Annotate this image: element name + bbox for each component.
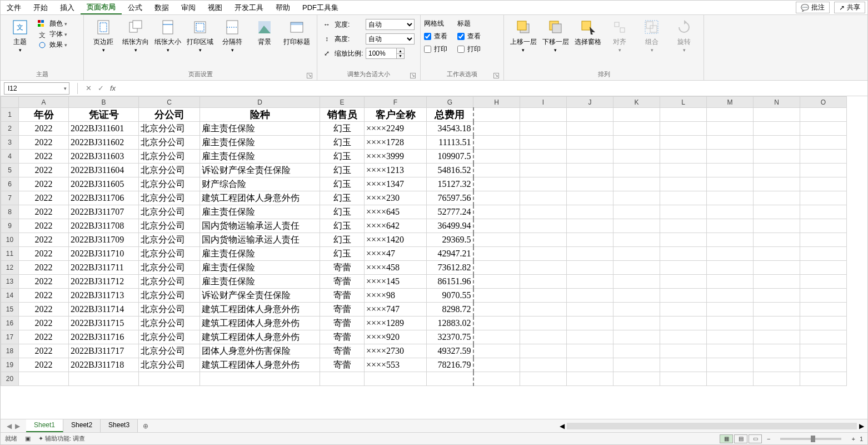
cell-G5[interactable]: 54816.52 (427, 164, 473, 177)
cell-C4[interactable]: 北京分公司 (139, 150, 200, 164)
cell-N7[interactable] (754, 191, 800, 205)
sheetopt-dialog-launcher[interactable]: ↘ (493, 73, 499, 78)
cell-K3[interactable] (613, 136, 660, 150)
cell-O10[interactable] (800, 233, 847, 247)
cell-N19[interactable] (754, 358, 800, 372)
rotate-button[interactable]: 旋转▾ (668, 17, 700, 55)
menu-item-9[interactable]: 帮助 (270, 1, 296, 14)
cell-F6[interactable]: ××××1347 (365, 177, 427, 191)
cell-I6[interactable] (520, 177, 567, 191)
cell-A4[interactable]: 2022 (19, 150, 69, 164)
cell-G4[interactable]: 109907.5 (427, 150, 473, 164)
cell-M10[interactable] (707, 233, 754, 247)
cell-N11[interactable] (754, 247, 800, 261)
cell-K20[interactable] (613, 372, 660, 386)
cell-G13[interactable]: 86151.96 (427, 275, 473, 289)
cell-L13[interactable] (660, 275, 707, 289)
cell-C16[interactable]: 北京分公司 (139, 317, 200, 330)
row-header-18[interactable]: 18 (1, 344, 19, 358)
col-header-G[interactable]: G (427, 97, 473, 108)
cell-B6[interactable]: 2022BJ311605 (69, 177, 139, 191)
cell-H7[interactable] (473, 191, 520, 205)
cell-C7[interactable]: 北京分公司 (139, 191, 200, 205)
cell-D7[interactable]: 建筑工程团体人身意外伤 (200, 191, 320, 205)
align-button[interactable]: 对齐▾ (603, 17, 636, 55)
accessibility-status[interactable]: ✦ 辅助功能: 调查 (38, 434, 85, 443)
cell-M2[interactable] (707, 122, 754, 136)
menu-item-8[interactable]: 开发工具 (228, 1, 270, 14)
cell-M12[interactable] (707, 261, 754, 275)
row-header-1[interactable]: 1 (1, 108, 19, 122)
cell-H19[interactable] (473, 358, 520, 372)
row-header-4[interactable]: 4 (1, 150, 19, 164)
cell-G3[interactable]: 11113.51 (427, 136, 473, 150)
cell-N9[interactable] (754, 219, 800, 233)
cell-J13[interactable] (567, 275, 613, 289)
cell-O11[interactable] (800, 247, 847, 261)
breaks-button[interactable]: 分隔符▾ (216, 17, 248, 55)
cell-E16[interactable]: 寄蕾 (320, 317, 365, 330)
col-header-A[interactable]: A (19, 97, 69, 108)
cell-O1[interactable] (800, 108, 847, 122)
cell-M4[interactable] (707, 150, 754, 164)
cell-N4[interactable] (754, 150, 800, 164)
horizontal-scrollbar[interactable]: ◀▶ (556, 419, 867, 432)
cell-G8[interactable]: 52777.24 (427, 205, 473, 219)
cell-I13[interactable] (520, 275, 567, 289)
cell-N3[interactable] (754, 136, 800, 150)
cell-J1[interactable] (567, 108, 613, 122)
cell-H10[interactable] (473, 233, 520, 247)
view-page-layout-button[interactable]: ▤ (734, 434, 747, 443)
cell-F7[interactable]: ××××230 (365, 191, 427, 205)
cell-E15[interactable]: 寄蕾 (320, 303, 365, 317)
cell-M16[interactable] (707, 317, 754, 330)
cell-I4[interactable] (520, 150, 567, 164)
gridlines-view-checkbox[interactable]: 查看 (424, 32, 447, 41)
cell-E13[interactable]: 寄蕾 (320, 275, 365, 289)
themes-button[interactable]: 文 主题▾ (4, 17, 36, 55)
cell-D1[interactable]: 险种 (200, 108, 320, 122)
cell-L7[interactable] (660, 191, 707, 205)
cell-G9[interactable]: 36499.94 (427, 219, 473, 233)
cell-B7[interactable]: 2022BJ311706 (69, 191, 139, 205)
cell-H5[interactable] (473, 164, 520, 177)
col-header-L[interactable]: L (660, 97, 707, 108)
cell-E3[interactable]: 幻玉 (320, 136, 365, 150)
menu-item-2[interactable]: 插入 (54, 1, 81, 14)
cell-H16[interactable] (473, 317, 520, 330)
cell-F3[interactable]: ××××1728 (365, 136, 427, 150)
accept-formula-button[interactable]: ✓ (94, 82, 107, 95)
cell-E14[interactable]: 寄蕾 (320, 289, 365, 303)
cell-O16[interactable] (800, 317, 847, 330)
cell-H18[interactable] (473, 344, 520, 358)
cell-B3[interactable]: 2022BJ311602 (69, 136, 139, 150)
cell-O5[interactable] (800, 164, 847, 177)
cell-N10[interactable] (754, 233, 800, 247)
cell-B18[interactable]: 2022BJ311717 (69, 344, 139, 358)
cell-K8[interactable] (613, 205, 660, 219)
row-header-11[interactable]: 11 (1, 247, 19, 261)
cell-K1[interactable] (613, 108, 660, 122)
cell-A6[interactable]: 2022 (19, 177, 69, 191)
cell-F2[interactable]: ××××2249 (365, 122, 427, 136)
cell-D4[interactable]: 雇主责任保险 (200, 150, 320, 164)
cell-J11[interactable] (567, 247, 613, 261)
select-all-corner[interactable] (1, 97, 19, 108)
cell-N20[interactable] (754, 372, 800, 386)
cell-M13[interactable] (707, 275, 754, 289)
cell-E5[interactable]: 幻玉 (320, 164, 365, 177)
cell-K17[interactable] (613, 330, 660, 344)
scale-spinner[interactable]: ▲▼ (397, 48, 405, 59)
cell-I19[interactable] (520, 358, 567, 372)
cell-G12[interactable]: 73612.82 (427, 261, 473, 275)
cell-H15[interactable] (473, 303, 520, 317)
cell-K13[interactable] (613, 275, 660, 289)
page-setup-dialog-launcher[interactable]: ↘ (307, 73, 312, 78)
cell-L12[interactable] (660, 261, 707, 275)
col-header-J[interactable]: J (567, 97, 613, 108)
cell-D9[interactable]: 国内货物运输承运人责任 (200, 219, 320, 233)
cell-B14[interactable]: 2022BJ311713 (69, 289, 139, 303)
cell-F11[interactable]: ××××47 (365, 247, 427, 261)
row-header-19[interactable]: 19 (1, 358, 19, 372)
cell-B19[interactable]: 2022BJ311718 (69, 358, 139, 372)
